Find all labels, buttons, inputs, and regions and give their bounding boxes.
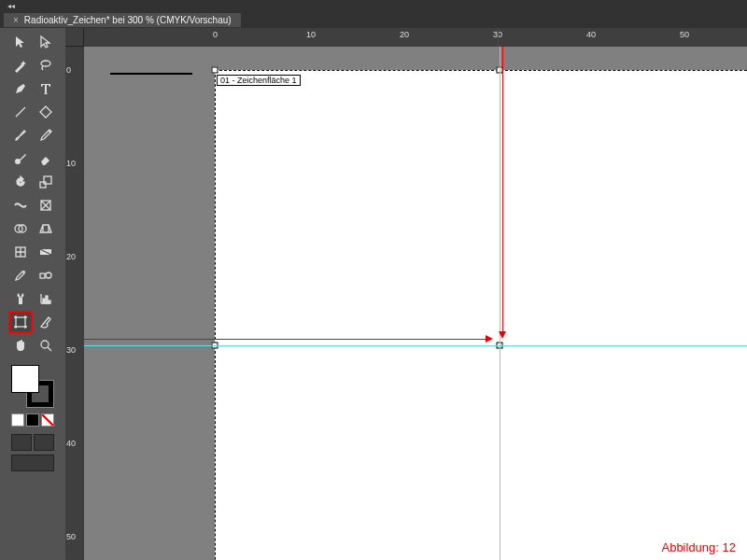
lasso-tool-icon[interactable] [35,55,57,76]
slice-tool-icon[interactable] [35,312,57,332]
ruler-tick: 50 [66,532,76,541]
blob-brush-tool-icon[interactable] [9,148,32,169]
fill-stroke-swatch[interactable] [11,365,54,408]
main-area: 0 10 20 30 40 50 60 0 10 20 30 40 50 01 … [0,28,747,560]
perspective-tool-icon[interactable] [35,218,57,239]
color-mode-row [11,413,54,427]
extra-mode-row [11,455,54,471]
line-tool-icon[interactable] [9,102,32,122]
ruler-tick: 50 [680,30,689,39]
ruler-tick: 20 [66,252,76,261]
vertical-guide[interactable] [500,47,500,560]
panel-header: ◂◂ [0,0,747,11]
ruler-tick: 30 [66,345,76,355]
screen-mode-row [11,434,54,451]
ruler-tick: 0 [66,65,71,75]
collapse-icon[interactable]: ◂◂ [7,2,15,10]
symbol-sprayer-tool-icon[interactable] [9,288,32,309]
svg-point-2 [15,159,21,164]
graph-tool-icon[interactable] [35,288,57,309]
none-mode-icon[interactable] [41,413,54,427]
ruler-tick: 10 [66,159,76,168]
horizontal-guide[interactable] [84,345,747,346]
ruler-marker [498,28,499,47]
document-tabs: × Radioaktiv_Zeichen* bei 300 % (CMYK/Vo… [0,11,747,28]
svg-point-17 [41,341,49,348]
ruler-tick: 40 [586,30,596,39]
artwork-stroke [110,73,192,75]
gradient-mode-icon[interactable] [26,413,39,427]
scale-tool-icon[interactable] [35,172,57,192]
color-mode-icon[interactable] [11,413,24,427]
annotation-line [84,339,486,340]
svg-marker-1 [40,106,51,118]
hand-tool-icon[interactable] [9,335,32,356]
brush-tool-icon[interactable] [9,125,32,146]
rectangle-tool-icon[interactable] [35,102,57,122]
svg-rect-10 [40,273,45,278]
artboard[interactable] [215,70,747,560]
full-screen-icon[interactable] [34,434,54,451]
document-tab[interactable]: × Radioaktiv_Zeichen* bei 300 % (CMYK/Vo… [4,13,241,27]
svg-rect-14 [46,296,48,303]
vertical-ruler[interactable]: 0 10 20 30 40 50 [65,47,84,560]
pen-tool-icon[interactable] [9,78,32,99]
ruler-tick: 40 [66,439,76,448]
svg-point-0 [41,61,50,66]
fill-swatch[interactable] [11,365,39,393]
svg-point-11 [46,273,51,278]
presentation-icon[interactable] [11,455,54,471]
type-tool-icon[interactable] [35,78,57,99]
svg-rect-15 [49,301,50,303]
arrow-right-icon [486,335,493,343]
artboard-label[interactable]: 01 - Zeichenfläche 1 [217,75,301,86]
blend-tool-icon[interactable] [35,265,57,286]
eyedropper-tool-icon[interactable] [9,265,32,286]
ruler-tick: 20 [400,30,409,39]
annotation-line [502,47,503,331]
figure-caption: Abbildung: 12 [659,540,738,554]
tools-panel [0,28,65,560]
eraser-tool-icon[interactable] [35,148,57,169]
tab-title: Radioaktiv_Zeichen* bei 300 % (CMYK/Vors… [24,15,232,25]
gradient-tool-icon[interactable] [35,242,57,262]
svg-rect-16 [16,317,25,327]
horizontal-ruler[interactable]: 0 10 20 30 40 50 60 [84,28,747,47]
svg-rect-12 [19,298,22,304]
rotate-tool-icon[interactable] [9,172,32,192]
ruler-tick: 10 [306,30,316,39]
zoom-tool-icon[interactable] [35,335,57,356]
magic-wand-tool-icon[interactable] [9,55,32,76]
free-transform-tool-icon[interactable] [35,195,57,216]
ruler-origin[interactable] [65,28,84,47]
document-viewport[interactable]: 01 - Zeichenfläche 1 Abbildung: 12 [84,47,747,560]
svg-rect-4 [44,176,51,184]
canvas-area: 0 10 20 30 40 50 60 0 10 20 30 40 50 01 … [65,28,747,560]
svg-rect-13 [43,299,45,303]
svg-rect-3 [40,182,46,188]
width-tool-icon[interactable] [9,195,32,216]
ruler-tick: 0 [213,30,218,39]
shape-builder-tool-icon[interactable] [9,218,32,239]
arrow-down-icon [499,331,506,339]
mesh-tool-icon[interactable] [9,242,32,262]
normal-screen-icon[interactable] [11,434,32,451]
close-icon[interactable]: × [13,15,19,25]
selection-tool-icon[interactable] [9,32,32,52]
app-window: ◂◂ × Radioaktiv_Zeichen* bei 300 % (CMYK… [0,0,747,560]
pencil-tool-icon[interactable] [35,125,57,146]
direct-selection-tool-icon[interactable] [35,32,57,52]
resize-handle[interactable] [212,67,218,74]
artboard-tool-icon[interactable] [9,312,32,332]
